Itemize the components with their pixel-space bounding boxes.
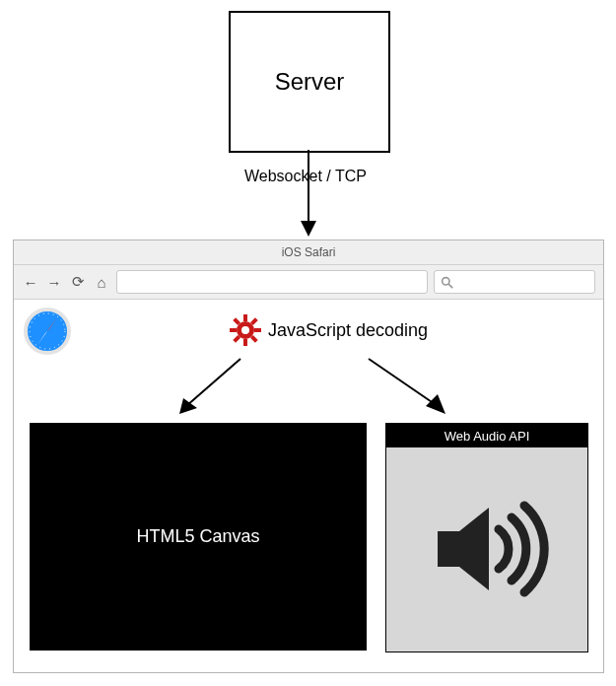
back-button[interactable]: ← — [22, 273, 39, 291]
js-decoding-label: JavaScript decoding — [268, 320, 428, 341]
svg-point-2 — [443, 277, 449, 284]
svg-rect-9 — [243, 314, 247, 321]
svg-marker-23 — [459, 508, 489, 590]
server-box: Server — [229, 11, 390, 153]
connection-label: Websocket / TCP — [244, 168, 367, 185]
svg-point-17 — [241, 326, 249, 334]
browser-content: JavaScript decoding HTML5 Canvas Web Aud… — [14, 300, 603, 672]
html5-canvas-panel: HTML5 Canvas — [30, 423, 367, 651]
forward-button[interactable]: → — [45, 273, 63, 291]
search-bar[interactable] — [434, 270, 595, 294]
web-audio-body — [386, 447, 587, 650]
svg-rect-22 — [438, 531, 459, 567]
canvas-label: HTML5 Canvas — [136, 526, 259, 547]
svg-rect-11 — [230, 328, 237, 332]
svg-marker-1 — [301, 221, 316, 237]
svg-line-18 — [186, 359, 240, 406]
browser-frame: iOS Safari ← → ⟳ ⌂ — [13, 240, 604, 673]
svg-marker-21 — [426, 394, 445, 414]
address-bar[interactable] — [116, 270, 428, 294]
arrow-server-to-browser — [289, 150, 328, 239]
svg-rect-12 — [254, 328, 261, 332]
svg-line-20 — [369, 359, 438, 406]
server-label: Server — [275, 68, 345, 96]
web-audio-title: Web Audio API — [386, 424, 587, 447]
magnifier-icon — [441, 276, 453, 289]
browser-toolbar: ← → ⟳ ⌂ — [14, 265, 603, 300]
browser-title: iOS Safari — [282, 245, 336, 259]
home-button[interactable]: ⌂ — [93, 273, 110, 291]
reload-button[interactable]: ⟳ — [69, 273, 87, 291]
speaker-icon — [418, 480, 556, 618]
browser-titlebar: iOS Safari — [14, 240, 603, 265]
svg-marker-19 — [179, 398, 197, 414]
web-audio-panel: Web Audio API — [385, 423, 588, 652]
svg-line-3 — [448, 284, 452, 288]
